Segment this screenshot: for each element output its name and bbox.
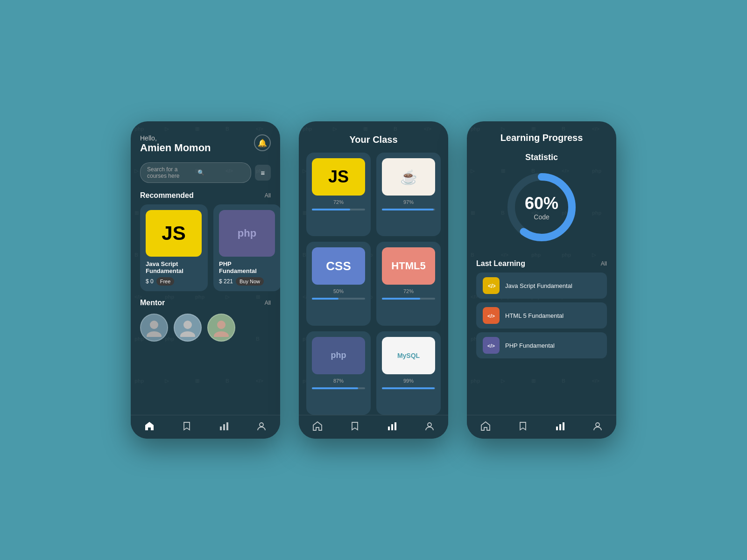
class-css-text: CSS (326, 259, 351, 273)
filter-button[interactable]: ≡ (255, 165, 271, 181)
learning-progress-title: Learning Progress (476, 133, 607, 143)
greeting-text: Hello, (140, 134, 211, 142)
mentor-title: Mentor (140, 299, 165, 307)
class-js-pct: 72% (333, 199, 344, 205)
svg-rect-21 (563, 422, 564, 430)
class-mysql-text: MySQL (397, 352, 420, 359)
svg-point-4 (217, 321, 226, 329)
class-java-progress (382, 209, 435, 210)
nav-home-1[interactable] (144, 421, 155, 431)
ll-php-name: PHP Fundamental (505, 342, 555, 349)
mentor3-avatar-img (212, 318, 231, 337)
nav-profile-2[interactable] (424, 421, 435, 431)
class-css-fill (312, 298, 338, 300)
svg-point-9 (260, 423, 263, 427)
php-buy-btn[interactable]: Buy Now (236, 277, 264, 286)
class-js-progress (312, 209, 365, 210)
class-card-html[interactable]: HTML5 72% (376, 242, 441, 325)
nav-bookmark-3[interactable] (518, 421, 528, 431)
class-js-icon: JS (312, 158, 365, 196)
phone3-header: Learning Progress (467, 121, 616, 148)
class-php-icon: php (312, 337, 365, 374)
class-html-progress (382, 298, 435, 300)
course-card-php[interactable]: php PHPFundamental $ 221 Buy Now (213, 204, 280, 291)
svg-text:</>: </> (488, 283, 495, 289)
nav-profile-1[interactable] (256, 421, 267, 431)
donut-code-label: Code (534, 213, 549, 221)
svg-point-3 (180, 331, 195, 337)
nav-home-3[interactable] (480, 421, 491, 431)
mentor-2[interactable] (174, 314, 202, 342)
ll-html-name: HTML 5 Fundamental (505, 312, 564, 319)
svg-rect-6 (220, 427, 222, 430)
nav-home-2[interactable] (312, 421, 323, 431)
mentor-3[interactable] (207, 314, 235, 342)
stat-title: Statistic (476, 153, 607, 162)
svg-point-1 (147, 331, 162, 337)
nav-bookmark-1[interactable] (182, 421, 192, 431)
svg-point-0 (150, 321, 158, 329)
phones-container: php▷⊞B</>▷⊞B</>php⊞B</>phpphpB</>phpphp▷… (131, 121, 616, 439)
last-learning-header: Last Learning All (476, 259, 607, 268)
ll-php-icon: </> (483, 337, 500, 354)
nav-chart-2[interactable] (387, 421, 397, 431)
svg-rect-20 (559, 424, 561, 430)
nav-chart-1[interactable] (219, 421, 229, 431)
your-class-title: Your Class (308, 134, 439, 145)
mentor-1[interactable] (140, 314, 168, 342)
class-card-css[interactable]: CSS 50% (306, 242, 371, 325)
svg-rect-8 (226, 422, 228, 430)
class-php-pct: 87% (333, 378, 344, 384)
user-name: Amien Momon (140, 142, 211, 154)
ll-item-php[interactable]: </> PHP Fundamental (476, 332, 607, 358)
ll-item-js[interactable]: </> Java Script Fundamental (476, 273, 607, 299)
js-icon-text: JS (162, 222, 185, 245)
phone-3: php▷⊞B</>▷⊞B</>php⊞B</>phpphpB</>phpphp▷… (467, 121, 616, 439)
class-php-progress (312, 387, 365, 389)
ll-js-name: Java Script Fundamental (505, 282, 572, 289)
class-java-icon: ☕ (382, 158, 435, 196)
class-card-php[interactable]: php 87% (306, 331, 371, 415)
js-price: $ 0 (146, 278, 154, 285)
mentor-all[interactable]: All (265, 300, 271, 306)
phone3-bottom-nav (467, 415, 616, 439)
class-card-js[interactable]: JS 72% (306, 153, 371, 236)
phone1-bottom-nav (131, 415, 280, 439)
recommended-header: Recommended All (131, 187, 280, 203)
last-learning-title: Last Learning (476, 259, 525, 268)
mentor1-avatar-img (145, 318, 163, 337)
svg-rect-7 (223, 424, 225, 430)
greeting-block: Hello, Amien Momon (140, 134, 211, 154)
ll-item-html[interactable]: </> HTML 5 Fundamental (476, 302, 607, 329)
js-buy-btn[interactable]: Free (156, 277, 175, 286)
svg-point-13 (428, 423, 431, 427)
class-mysql-progress (382, 387, 435, 389)
mentor-list (140, 314, 271, 342)
class-java-pct: 97% (403, 199, 414, 205)
search-bar[interactable]: Search for a courses here 🔍 (140, 162, 251, 183)
donut-container: 60% Code (476, 170, 607, 245)
nav-profile-3[interactable] (592, 421, 603, 431)
svg-point-5 (214, 331, 229, 337)
class-card-java[interactable]: ☕ 97% (376, 153, 441, 236)
donut-center: 60% Code (525, 194, 558, 221)
php-price: $ 221 (219, 278, 233, 285)
nav-chart-3[interactable] (555, 421, 565, 431)
search-row: Search for a courses here 🔍 ≡ (131, 159, 280, 187)
class-css-progress (312, 298, 365, 300)
recommended-all[interactable]: All (265, 192, 271, 199)
php-course-name: PHPFundamental (219, 260, 275, 274)
statistic-section: Statistic 60% Code (467, 148, 616, 257)
class-card-mysql[interactable]: MySQL 99% (376, 331, 441, 415)
svg-rect-12 (395, 422, 396, 430)
search-icon: 🔍 (197, 169, 244, 176)
nav-bookmark-2[interactable] (350, 421, 360, 431)
last-learning-all[interactable]: All (601, 260, 607, 267)
php-icon-text: php (238, 227, 256, 239)
course-card-js[interactable]: JS Java ScriptFundamental $ 0 Free (140, 204, 208, 291)
class-php-text: php (331, 350, 346, 360)
search-placeholder: Search for a courses here (147, 166, 194, 179)
svg-rect-11 (391, 424, 393, 430)
notification-bell[interactable]: 🔔 (254, 134, 271, 151)
phone2-content: Your Class JS 72% ☕ (299, 121, 448, 439)
